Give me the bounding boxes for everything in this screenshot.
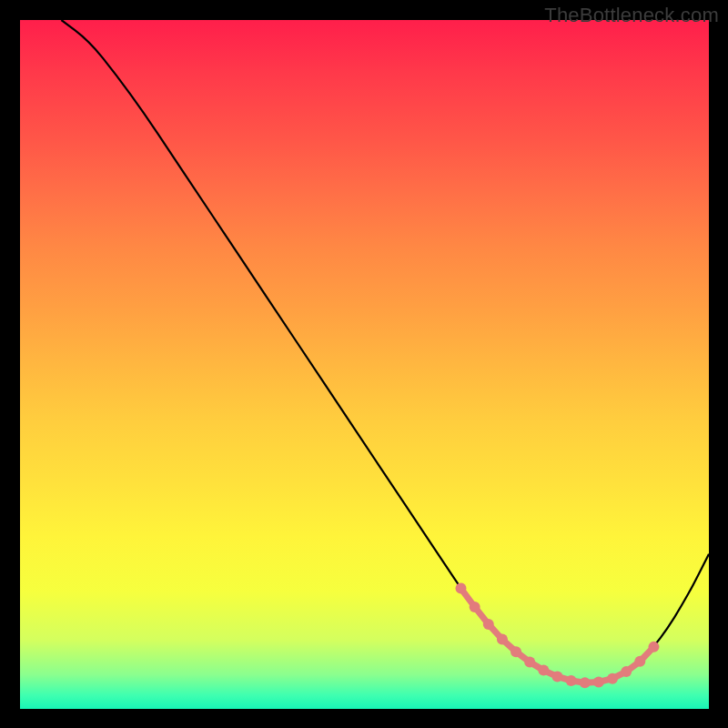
marker-dot: [470, 602, 480, 612]
marker-dot: [483, 619, 494, 630]
bottleneck-curve-svg: [20, 20, 709, 709]
watermark-text: TheBottleneck.com: [544, 4, 719, 27]
marker-dot: [455, 583, 466, 594]
marker-dot: [593, 676, 604, 687]
chart-plot-area: [20, 20, 709, 709]
marker-dot: [580, 677, 591, 688]
marker-dot: [607, 673, 618, 684]
marker-dot: [497, 634, 508, 645]
marker-dot: [648, 642, 659, 652]
marker-dot: [621, 666, 632, 677]
marker-dot: [511, 646, 521, 657]
marker-dot: [524, 657, 535, 668]
bottleneck-curve-path: [61, 20, 709, 682]
marker-dot: [551, 671, 562, 682]
marker-dot: [538, 665, 549, 676]
marker-dot: [634, 656, 645, 667]
marker-dot: [566, 675, 577, 686]
optimal-region-markers: [455, 583, 659, 689]
